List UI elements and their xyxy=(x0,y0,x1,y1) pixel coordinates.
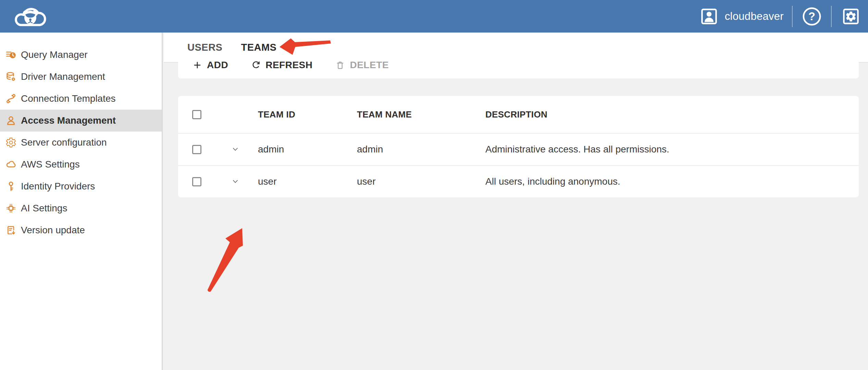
refresh-button[interactable]: REFRESH xyxy=(251,60,312,71)
sidebar-item-ai-settings[interactable]: AI Settings xyxy=(0,197,162,219)
sidebar-item-label: Driver Management xyxy=(21,71,105,82)
settings-button[interactable] xyxy=(840,5,862,27)
user-avatar-icon xyxy=(699,7,719,26)
chevron-down-icon[interactable] xyxy=(230,144,258,155)
sidebar-item-label: AI Settings xyxy=(21,203,67,214)
chevron-down-icon[interactable] xyxy=(230,176,258,187)
sidebar-item-label: Query Manager xyxy=(21,49,88,60)
column-header-team-id: TEAM ID xyxy=(258,109,357,120)
sidebar-item-label: Identity Providers xyxy=(21,181,95,192)
access-management-icon xyxy=(5,114,17,127)
admin-sidebar: Query Manager Driver Management xyxy=(0,33,163,370)
identity-key-icon xyxy=(5,180,17,193)
column-header-description: DESCRIPTION xyxy=(485,109,859,120)
query-manager-icon xyxy=(5,49,17,61)
sidebar-item-aws-settings[interactable]: AWS Settings xyxy=(0,153,162,175)
cell-team-name: admin xyxy=(357,144,485,155)
sidebar-item-label: Server configuration xyxy=(21,137,107,148)
help-button[interactable]: ? xyxy=(801,5,823,27)
table-header-row: TEAM ID TEAM NAME DESCRIPTION xyxy=(178,96,859,133)
tab-label: TEAMS xyxy=(241,42,276,53)
button-label: REFRESH xyxy=(265,60,312,71)
select-all-checkbox[interactable] xyxy=(192,110,201,119)
sidebar-item-label: Access Management xyxy=(21,115,116,126)
driver-management-icon xyxy=(5,71,17,83)
button-label: ADD xyxy=(207,60,228,71)
table-row-user[interactable]: user user All users, including anonymous… xyxy=(178,165,859,197)
aws-cloud-icon xyxy=(5,158,17,171)
server-configuration-icon xyxy=(5,136,17,149)
refresh-icon xyxy=(251,60,261,70)
sidebar-item-query-manager[interactable]: Query Manager xyxy=(0,44,162,66)
sidebar-item-driver-management[interactable]: Driver Management xyxy=(0,66,162,88)
connection-templates-icon xyxy=(5,92,17,105)
sidebar-item-server-configuration[interactable]: Server configuration xyxy=(0,132,162,153)
header-divider xyxy=(792,6,793,27)
cell-description: Administrative access. Has all permissio… xyxy=(485,144,859,155)
button-label: DELETE xyxy=(350,60,388,71)
version-update-icon xyxy=(5,224,17,236)
row-checkbox[interactable] xyxy=(192,145,201,154)
user-menu[interactable]: cloudbeaver xyxy=(699,7,784,26)
cloudbeaver-logo xyxy=(12,3,48,29)
cell-team-id: user xyxy=(258,176,357,187)
tab-label: USERS xyxy=(187,42,222,53)
trash-icon xyxy=(335,60,345,70)
cell-team-id: admin xyxy=(258,144,357,155)
app-header: cloudbeaver ? xyxy=(0,0,868,33)
add-button[interactable]: ADD xyxy=(192,60,228,71)
help-icon: ? xyxy=(802,7,822,26)
row-checkbox[interactable] xyxy=(192,177,201,186)
teams-table: TEAM ID TEAM NAME DESCRIPTION admin admi… xyxy=(178,96,859,197)
ai-chip-icon xyxy=(5,202,17,214)
plus-icon xyxy=(192,60,202,70)
table-row-admin[interactable]: admin admin Administrative access. Has a… xyxy=(178,133,859,165)
column-header-team-name: TEAM NAME xyxy=(357,109,485,120)
delete-button[interactable]: DELETE xyxy=(335,60,388,71)
teams-toolbar: ADD REFRESH DELETE xyxy=(178,52,859,78)
sidebar-item-label: AWS Settings xyxy=(21,159,80,170)
svg-text:?: ? xyxy=(808,10,815,23)
sidebar-item-label: Version update xyxy=(21,225,85,236)
sidebar-item-label: Connection Templates xyxy=(21,93,116,104)
settings-gear-icon xyxy=(841,7,860,26)
sidebar-item-version-update[interactable]: Version update xyxy=(0,219,162,241)
sidebar-item-identity-providers[interactable]: Identity Providers xyxy=(0,175,162,197)
sidebar-item-connection-templates[interactable]: Connection Templates xyxy=(0,88,162,110)
header-divider xyxy=(831,6,832,27)
main-content: USERS TEAMS ADD REFRESH xyxy=(164,33,868,370)
sidebar-item-access-management[interactable]: Access Management xyxy=(0,110,162,132)
cell-team-name: user xyxy=(357,176,485,187)
user-label: cloudbeaver xyxy=(725,10,784,23)
cell-description: All users, including anonymous. xyxy=(485,176,859,187)
